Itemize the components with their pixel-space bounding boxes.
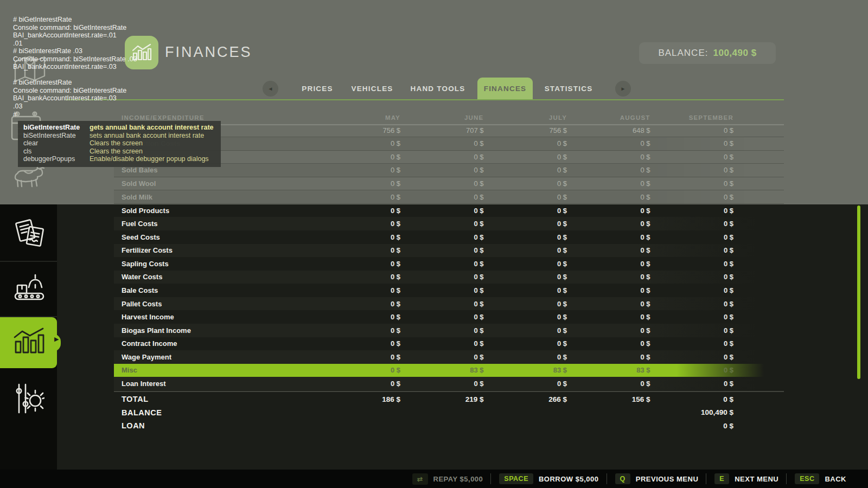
tab-statistics[interactable]: STATISTICS: [536, 78, 601, 99]
row-label: Harvest Income: [114, 313, 317, 321]
row-value: 0 $: [567, 326, 650, 335]
table-row-sold-products[interactable]: Sold Products0 $0 $0 $0 $0 $: [114, 204, 784, 217]
tab-finances[interactable]: FINANCES: [477, 78, 533, 99]
table-row-sold-wool[interactable]: Sold Wool0 $0 $0 $0 $0 $: [114, 177, 784, 191]
row-label: Contract Income: [114, 339, 317, 348]
hotbar-item-repay-5-000: ⇄REPAY $5,000: [412, 473, 483, 485]
row-value: 0 $: [650, 233, 734, 241]
row-value: 0 $: [567, 153, 650, 161]
row-value: 0 $: [567, 139, 650, 147]
row-value: 0 $: [484, 380, 567, 388]
row-value: 0 $: [317, 207, 401, 215]
hotbar-item-previous-menu[interactable]: QPREVIOUS MENU: [607, 473, 699, 484]
row-label: Fuel Costs: [114, 220, 317, 228]
suggestion-command: biGetInterestRate: [23, 124, 90, 132]
tab-vehicles[interactable]: VEHICLES: [345, 78, 399, 99]
row-value: 0 $: [567, 286, 650, 294]
sidebar-active-arrow-icon: ▶: [54, 336, 59, 342]
table-row-pallet-costs[interactable]: Pallet Costs0 $0 $0 $0 $0 $: [114, 297, 784, 311]
table-row-bale-costs[interactable]: Bale Costs0 $0 $0 $0 $0 $: [114, 284, 784, 297]
table-row-misc[interactable]: Misc0 $83 $83 $83 $0 $: [114, 364, 784, 377]
suggestion-command: biSetInterestRate: [23, 132, 90, 140]
table-row-biogas-plant-income[interactable]: Biogas Plant Income0 $0 $0 $0 $0 $: [114, 324, 784, 337]
suggestion-description: gets annual bank account interest rate: [90, 124, 215, 132]
hotbar-item-borrow-5-000[interactable]: SPACEBORROW $5,000: [490, 473, 598, 484]
console-suggestion-debuggerpopups[interactable]: debuggerPopupsEnable/disable debugger po…: [23, 155, 215, 163]
row-value: 0 $: [400, 153, 484, 161]
table-row-sapling-costs[interactable]: Sapling Costs0 $0 $0 $0 $0 $: [114, 257, 784, 271]
console-line: # biSetInterestRate .03: [13, 47, 137, 55]
row-value: 0 $: [484, 153, 567, 161]
console-suggestion-bigetinterestrate[interactable]: biGetInterestRategets annual bank accoun…: [23, 124, 215, 132]
row-value: 0 $: [650, 207, 734, 215]
summary-label: TOTAL: [114, 395, 317, 403]
hotbar-item-back[interactable]: ESCBACK: [786, 473, 846, 484]
table-row-harvest-income[interactable]: Harvest Income0 $0 $0 $0 $0 $: [114, 310, 784, 324]
summary-row-loan: LOAN0 $: [114, 419, 784, 433]
settings-icon[interactable]: [14, 382, 44, 415]
row-value: 0 $: [484, 313, 567, 321]
row-value: 707 $: [400, 126, 484, 134]
row-value: 0 $: [650, 366, 734, 374]
suggestion-description: Clears the screen: [90, 139, 215, 147]
row-label: Sold Bales: [114, 166, 317, 174]
console-suggestion-cls[interactable]: clsClears the screen: [23, 147, 215, 156]
table-row-seed-costs[interactable]: Seed Costs0 $0 $0 $0 $0 $: [114, 230, 784, 244]
summary-label: BALANCE: [114, 408, 317, 417]
table-row-contract-income[interactable]: Contract Income0 $0 $0 $0 $0 $: [114, 337, 784, 351]
console-line: BAI_bankAccountInterest.rate=.01: [13, 31, 137, 40]
row-value: 0 $: [317, 300, 401, 308]
row-value: 0 $: [484, 260, 567, 268]
balance-pill: BALANCE: 100,490 $: [639, 42, 776, 64]
row-label: Sold Products: [114, 207, 317, 215]
row-label: Seed Costs: [114, 233, 317, 241]
row-value: 0 $: [567, 260, 650, 268]
finances-chart-icon[interactable]: [12, 326, 46, 356]
row-value: 0 $: [400, 286, 484, 294]
row-value: 0 $: [400, 326, 484, 335]
console-suggestion-bisetinterestrate[interactable]: biSetInterestRatesets annual bank accoun…: [23, 132, 215, 140]
row-value: 0 $: [317, 286, 401, 294]
row-value: 0 $: [650, 300, 734, 308]
suggestion-command: debuggerPopups: [23, 155, 90, 163]
column-header-september: SEPTEMBER: [650, 114, 734, 121]
table-row-fertilizer-costs[interactable]: Fertilizer Costs0 $0 $0 $0 $0 $: [114, 244, 784, 258]
tab-hand-tools[interactable]: HAND TOOLS: [403, 78, 473, 99]
balance-label: BALANCE:: [658, 48, 708, 59]
table-row-wage-payment[interactable]: Wage Payment0 $0 $0 $0 $0 $: [114, 350, 784, 364]
row-value: 0 $: [650, 273, 734, 281]
summary-value: 0 $: [650, 395, 734, 403]
row-value: 0 $: [484, 166, 567, 174]
row-value: 0 $: [317, 179, 401, 188]
table-row-fuel-costs[interactable]: Fuel Costs0 $0 $0 $0 $0 $: [114, 217, 784, 230]
row-value: 0 $: [400, 166, 484, 174]
table-row-sold-milk[interactable]: Sold Milk0 $0 $0 $0 $0 $: [114, 190, 784, 204]
row-label: Loan Interest: [114, 380, 317, 388]
row-value: 0 $: [650, 246, 734, 254]
table-row-loan-interest[interactable]: Loan Interest0 $0 $0 $0 $0 $: [114, 377, 784, 390]
row-value: 0 $: [484, 193, 567, 201]
row-value: 0 $: [484, 207, 567, 215]
summary-value: 156 $: [567, 395, 650, 403]
tab-prices[interactable]: PRICES: [290, 78, 344, 99]
row-value: 0 $: [567, 273, 650, 281]
hotbar-action-label: BACK: [825, 475, 846, 483]
production-icon[interactable]: [13, 273, 46, 304]
console-line: BAI_bankAccountInterest.rate=.03: [13, 63, 137, 71]
hotbar-action-label: BORROW $5,000: [539, 475, 599, 483]
row-value: 0 $: [484, 286, 567, 294]
console-suggestion-clear[interactable]: clearClears the screen: [23, 139, 215, 147]
row-value: 0 $: [317, 220, 401, 228]
row-value: 0 $: [400, 313, 484, 321]
contracts-icon[interactable]: [14, 217, 45, 248]
row-value: 0 $: [567, 233, 650, 241]
row-value: 83 $: [567, 366, 650, 374]
row-value: 0 $: [400, 339, 484, 348]
table-row-water-costs[interactable]: Water Costs0 $0 $0 $0 $0 $: [114, 271, 784, 284]
row-value: 0 $: [400, 300, 484, 308]
table-scrollbar[interactable]: [857, 206, 860, 379]
row-value: 0 $: [484, 353, 567, 361]
row-value: 0 $: [650, 153, 734, 161]
row-value: 0 $: [567, 166, 650, 174]
hotbar-item-next-menu[interactable]: ENEXT MENU: [706, 473, 778, 484]
